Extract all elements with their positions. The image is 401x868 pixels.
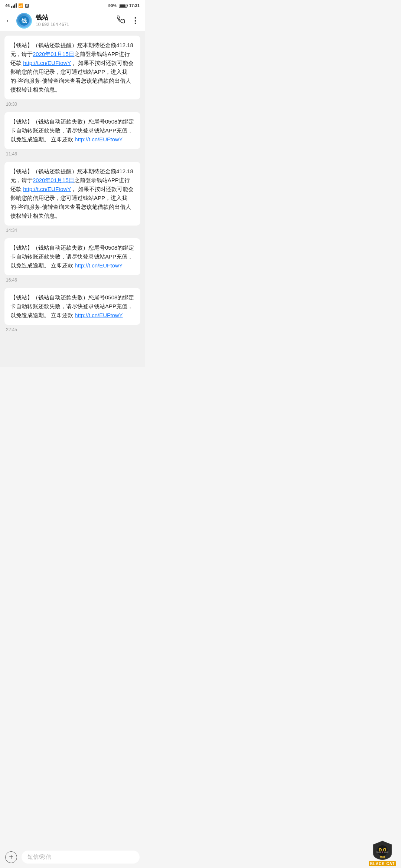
wifi-icon: 📶 bbox=[18, 3, 23, 8]
message-time-2: 11:46 bbox=[6, 151, 140, 157]
battery-icon bbox=[119, 4, 127, 8]
msg4-url-link[interactable]: http://t.cn/EUFtowY bbox=[75, 262, 123, 269]
back-button[interactable]: ← bbox=[5, 17, 13, 25]
contact-info: 钱站 10 692 164 4671 bbox=[36, 14, 117, 28]
status-left: 46 📶 V bbox=[5, 3, 29, 8]
avatar-inner: 钱 bbox=[17, 14, 31, 27]
signal-bar-4 bbox=[16, 3, 17, 8]
svg-text:钱: 钱 bbox=[21, 18, 27, 24]
signal-bar-3 bbox=[14, 4, 15, 8]
signal-bars bbox=[11, 3, 17, 8]
message-bubble-2: 【钱站】（钱站自动还款失败）您尾号0508的绑定卡自动转账还款失败，请尽快登录钱… bbox=[4, 112, 140, 149]
nav-actions: ⋮ bbox=[117, 16, 140, 26]
message-bubble-4: 【钱站】（钱站自动还款失败）您尾号0508的绑定卡自动转账还款失败，请尽快登录钱… bbox=[4, 238, 140, 275]
call-button[interactable] bbox=[117, 16, 125, 26]
message-time-4: 16:46 bbox=[6, 277, 140, 283]
contact-number: 10 692 164 4671 bbox=[36, 22, 117, 28]
time-display: 17:31 bbox=[129, 3, 140, 8]
more-button[interactable]: ⋮ bbox=[131, 16, 140, 26]
nav-bar: ← 钱 钱站 10 692 164 4671 ⋮ bbox=[0, 10, 145, 31]
battery-percent: 90% bbox=[108, 3, 117, 8]
msg3-date-link[interactable]: 2020年01月15日 bbox=[33, 177, 74, 183]
msg3-url-link[interactable]: http://t.cn/EUFtowY bbox=[23, 186, 71, 192]
contact-name: 钱站 bbox=[36, 14, 117, 22]
status-bar: 46 📶 V 90% 17:31 bbox=[0, 0, 145, 10]
status-right: 90% 17:31 bbox=[108, 3, 140, 8]
message-time-1: 10:30 bbox=[6, 102, 140, 107]
message-bubble-3: 【钱站】（钱站还款提醒）您本期待还金额412.18元，请于2020年01月15日… bbox=[4, 162, 140, 226]
avatar-logo: 钱 bbox=[19, 16, 29, 26]
msg5-url-link[interactable]: http://t.cn/EUFtowY bbox=[75, 312, 123, 318]
contact-avatar: 钱 bbox=[16, 13, 32, 29]
messages-container: 【钱站】（钱站还款提醒）您本期待还金额412.18元，请于2020年01月15日… bbox=[0, 31, 145, 367]
vpn-icon: V bbox=[25, 4, 29, 8]
msg1-url-link[interactable]: http://t.cn/EUFtowY bbox=[23, 60, 71, 66]
message-time-5: 22:45 bbox=[6, 327, 140, 332]
message-time-3: 14:34 bbox=[6, 228, 140, 233]
message-bubble-1: 【钱站】（钱站还款提醒）您本期待还金额412.18元，请于2020年01月15日… bbox=[4, 36, 140, 99]
signal-bar-2 bbox=[13, 6, 14, 8]
signal-bar-1 bbox=[11, 6, 12, 8]
msg2-url-link[interactable]: http://t.cn/EUFtowY bbox=[75, 136, 123, 142]
message-bubble-5: 【钱站】（钱站自动还款失败）您尾号0508的绑定卡自动转账还款失败，请尽快登录钱… bbox=[4, 288, 140, 325]
signal-text: 46 bbox=[5, 3, 10, 8]
msg1-date-link[interactable]: 2020年01月15日 bbox=[33, 51, 74, 57]
